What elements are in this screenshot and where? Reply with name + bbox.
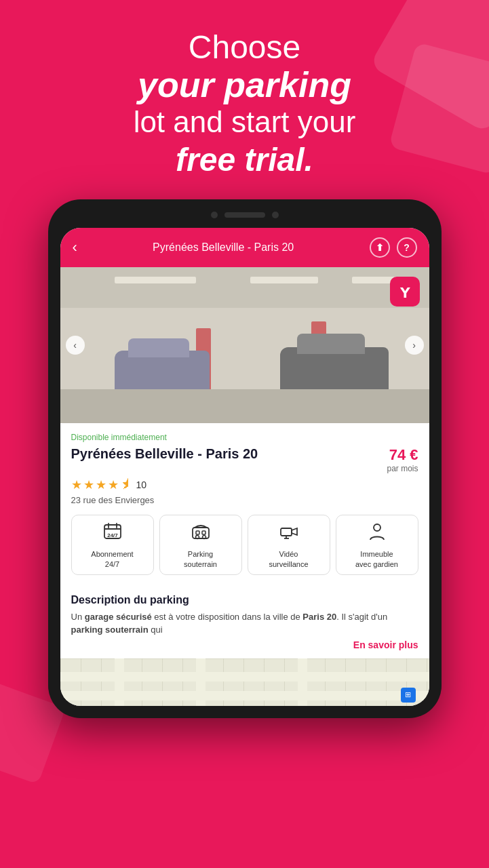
parking-souterrain-icon — [191, 522, 210, 545]
app-title: Pyrénées Belleville - Paris 20 — [77, 241, 370, 254]
info-section: Disponible immédiatement Pyrénées Bellev… — [60, 423, 429, 594]
price-block: 74 € par mois — [387, 446, 418, 473]
star-rating: ★ ★ ★ ★ ⯨ — [71, 477, 132, 492]
feature-parking-souterrain: Parkingsouterrain — [159, 515, 242, 575]
abonnement-icon: 24/7 — [103, 522, 122, 545]
features-row: 24/7 Abonnement24/7 — [71, 515, 418, 575]
map-road-v1 — [115, 658, 124, 706]
description-section: Description du parking Un garage sécuris… — [60, 594, 429, 658]
app-header: ‹ Pyrénées Belleville - Paris 20 ⬆ ? — [60, 228, 429, 267]
feature-label-gardien: Immeubleavec gardien — [355, 549, 398, 569]
availability-badge: Disponible immédiatement — [71, 433, 418, 442]
brand-logo-badge: ʏ — [390, 277, 420, 307]
phone-speaker — [224, 212, 265, 218]
gardien-icon — [368, 522, 387, 545]
feature-video: Vidéosurveillance — [248, 515, 330, 575]
parked-car-2 — [280, 347, 389, 395]
image-nav-right[interactable]: › — [405, 336, 424, 355]
star-1: ★ — [71, 477, 82, 492]
share-icon[interactable]: ⬆ — [370, 237, 390, 258]
price-value: 74 € — [389, 446, 418, 463]
svg-rect-7 — [202, 531, 206, 534]
feature-gardien: Immeubleavec gardien — [336, 515, 418, 575]
back-button[interactable]: ‹ — [73, 239, 77, 256]
parking-address: 23 rue des Envierges — [71, 495, 418, 505]
rating-count: 10 — [136, 479, 147, 490]
parking-image: ‹ › ʏ — [60, 267, 429, 423]
garage-scene — [60, 267, 429, 423]
star-2: ★ — [83, 477, 94, 492]
map-location-icon: ⊞ — [401, 688, 416, 703]
svg-rect-10 — [281, 528, 292, 536]
read-more-button[interactable]: En savoir plus — [71, 639, 418, 650]
phone-frame: ‹ Pyrénées Belleville - Paris 20 ⬆ ? — [48, 199, 442, 718]
parking-name: Pyrénées Belleville - Paris 20 — [71, 446, 387, 462]
camera-dot-right — [272, 212, 279, 218]
garage-light-2 — [250, 277, 318, 283]
star-3: ★ — [96, 477, 106, 492]
video-surveillance-icon — [279, 522, 298, 545]
svg-point-9 — [202, 536, 206, 539]
garage-light-1 — [115, 277, 196, 283]
garage-floor — [60, 389, 429, 423]
feature-label-abonnement: Abonnement24/7 — [91, 549, 133, 569]
rating-row: ★ ★ ★ ★ ⯨ 10 — [71, 477, 418, 492]
help-icon[interactable]: ? — [397, 237, 417, 258]
svg-point-8 — [195, 536, 199, 539]
parking-name-row: Pyrénées Belleville - Paris 20 74 € par … — [71, 446, 418, 473]
svg-text:24/7: 24/7 — [107, 532, 118, 538]
header-icons: ⬆ ? — [370, 237, 417, 258]
svg-rect-5 — [193, 528, 209, 538]
feature-abonnement: 24/7 Abonnement24/7 — [71, 515, 154, 575]
star-4: ★ — [108, 477, 119, 492]
headline-line2: your parking — [27, 66, 462, 104]
header-section: Choose your parking lot and start your f… — [0, 0, 489, 199]
description-title: Description du parking — [71, 594, 418, 606]
description-text: Un garage sécurisé est à votre dispositi… — [71, 610, 418, 637]
image-nav-left[interactable]: ‹ — [66, 336, 85, 355]
garage-ceiling — [60, 267, 429, 308]
phone-top-bar — [60, 212, 429, 228]
phone-screen: ‹ Pyrénées Belleville - Paris 20 ⬆ ? — [60, 228, 429, 706]
phone-wrapper: ‹ Pyrénées Belleville - Paris 20 ⬆ ? — [0, 199, 489, 718]
price-unit: par mois — [387, 464, 418, 473]
svg-rect-6 — [196, 531, 199, 534]
feature-label-video: Vidéosurveillance — [269, 549, 308, 569]
svg-point-13 — [374, 524, 380, 531]
headline-line3: lot and start your — [27, 104, 462, 140]
headline-line4: free trial. — [27, 140, 462, 180]
parked-car-1 — [115, 351, 210, 395]
map-preview[interactable]: ⊞ — [60, 658, 429, 706]
feature-label-souterrain: Parkingsouterrain — [184, 549, 217, 569]
camera-dot-left — [211, 212, 218, 218]
headline-line1: Choose — [27, 30, 462, 66]
map-road-v3 — [298, 658, 307, 706]
map-road-v2 — [196, 658, 206, 706]
star-5-half: ⯨ — [120, 477, 132, 492]
